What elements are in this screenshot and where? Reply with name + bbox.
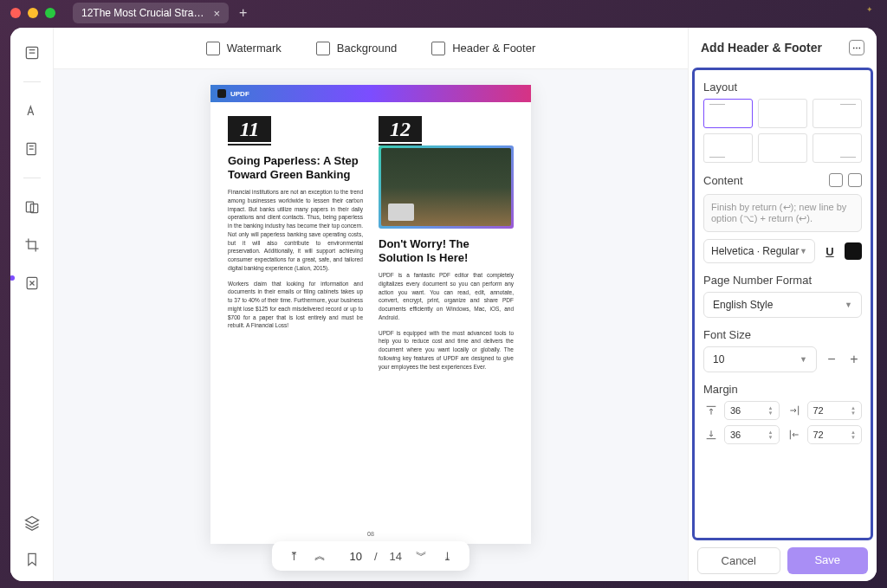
article-image (379, 145, 514, 229)
layout-option-1[interactable] (703, 99, 753, 128)
watermark-button[interactable]: Watermark (206, 42, 282, 55)
page-input[interactable] (340, 550, 362, 563)
first-page-icon[interactable]: ⤒ (288, 550, 301, 563)
layout-option-6[interactable] (813, 133, 862, 163)
margin-bottom-input[interactable]: 36▲▼ (724, 425, 780, 444)
layout-option-3[interactable] (813, 99, 862, 128)
edit-tool-icon[interactable] (23, 139, 42, 158)
section-number: 12 (379, 116, 422, 142)
document-tab[interactable]: 12The Most Crucial Strate... × (73, 3, 229, 23)
close-tab-icon[interactable]: × (213, 7, 220, 20)
prev-page-icon[interactable]: ︽ (314, 548, 327, 564)
fontsize-select[interactable]: 10▼ (703, 346, 817, 372)
date-icon[interactable] (829, 173, 843, 187)
window-minimize[interactable] (28, 8, 38, 18)
layers-icon[interactable] (23, 514, 42, 533)
content-textarea[interactable]: Finish by return (↩); new line by option… (703, 194, 862, 232)
pagenum-format-select[interactable]: English Style▼ (703, 292, 862, 318)
font-select[interactable]: Helvetica · Regular▼ (703, 239, 815, 263)
tab-title: 12The Most Crucial Strate... (81, 7, 204, 19)
header-footer-icon (431, 42, 445, 55)
content-section-label: Content (703, 174, 743, 187)
fontsize-label: Font Size (703, 328, 862, 341)
layout-option-4[interactable] (703, 133, 753, 163)
underline-button[interactable]: U (820, 242, 839, 261)
panel-expand-icon[interactable]: ⋯ (849, 40, 864, 55)
header-footer-button[interactable]: Header & Footer (431, 42, 535, 55)
next-page-icon[interactable]: ︾ (414, 548, 428, 564)
page-tools-icon[interactable] (23, 274, 42, 293)
crop-tool-icon[interactable] (23, 236, 42, 255)
section-heading: Don't Worry! The Solution Is Here! (379, 237, 514, 264)
layout-option-5[interactable] (758, 133, 807, 163)
margin-right-icon (787, 403, 802, 418)
page-number: 08 (367, 531, 374, 537)
app-brand: ✦ (866, 5, 873, 14)
pagenum-format-label: Page Number Format (703, 274, 862, 287)
page-icon[interactable] (848, 173, 862, 187)
page-total: 14 (390, 550, 402, 563)
margin-bottom-icon (703, 427, 719, 443)
bookmark-icon[interactable] (23, 550, 42, 569)
watermark-icon (206, 42, 220, 55)
background-icon (316, 42, 330, 55)
svg-rect-3 (30, 204, 37, 213)
fontsize-decrease[interactable]: − (824, 352, 839, 367)
document-canvas[interactable]: UPDF 11 Going Paperless: A Step Toward G… (54, 69, 688, 581)
fontsize-increase[interactable]: + (846, 352, 862, 367)
save-button[interactable]: Save (787, 547, 869, 574)
margin-left-input[interactable]: 72▲▼ (807, 425, 863, 444)
cancel-button[interactable]: Cancel (697, 547, 780, 574)
margin-top-icon (703, 403, 719, 418)
reader-tool-icon[interactable] (23, 43, 42, 62)
sidebar-tools (10, 28, 54, 581)
svg-rect-2 (26, 202, 33, 212)
background-button[interactable]: Background (316, 42, 397, 55)
margin-top-input[interactable]: 36▲▼ (724, 401, 780, 420)
window-zoom[interactable] (45, 8, 55, 18)
section-heading: Going Paperless: A Step Toward Green Ban… (228, 154, 363, 181)
document-page: UPDF 11 Going Paperless: A Step Toward G… (210, 85, 531, 544)
page-navigator: ⤒ ︽ / 14 ︾ ⤓ (272, 541, 469, 571)
margin-left-icon (787, 427, 802, 443)
font-color-button[interactable] (845, 242, 862, 260)
organize-tool-icon[interactable] (23, 197, 42, 216)
layout-section-label: Layout (703, 81, 862, 94)
section-number: 11 (228, 116, 271, 142)
margin-right-input[interactable]: 72▲▼ (807, 401, 863, 420)
panel-title: Add Header & Footer (701, 41, 822, 55)
margin-label: Margin (703, 383, 862, 396)
layout-option-2[interactable] (758, 99, 807, 128)
add-tab-button[interactable]: + (239, 5, 247, 21)
last-page-icon[interactable]: ⤓ (440, 550, 454, 563)
window-close[interactable] (10, 8, 21, 18)
highlight-tool-icon[interactable] (23, 101, 42, 120)
